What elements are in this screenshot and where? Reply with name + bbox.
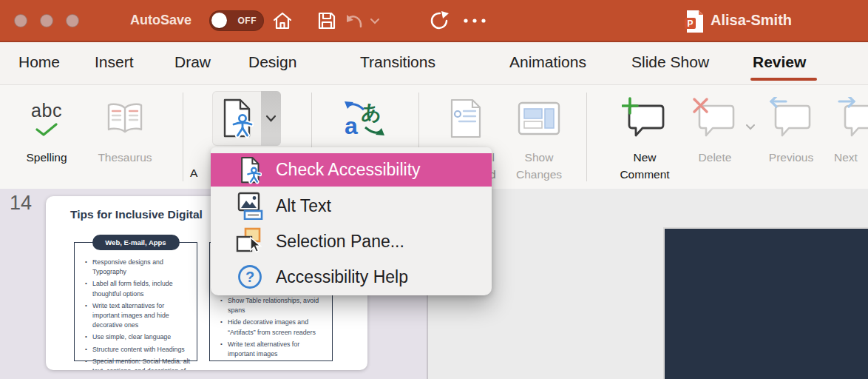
slide-navy-shape[interactable]: [663, 227, 868, 379]
spelling-icon: abc: [13, 93, 80, 144]
tab-slide-show[interactable]: Slide Show: [631, 53, 709, 71]
next-comment-label: Next: [828, 151, 868, 164]
left-box-bullets: Responsive designs and Typography Label …: [75, 243, 197, 370]
show-changes-icon: [510, 93, 568, 144]
menu-item-selection-pane[interactable]: Selection Pane...: [211, 224, 492, 259]
redo-icon[interactable]: [429, 10, 450, 31]
slide-title: Tips for Inclusive Digital: [70, 208, 203, 221]
document-title: Alisa-Smith: [711, 12, 792, 29]
more-options-icon[interactable]: [462, 16, 487, 25]
show-changes-label-2: Changes: [510, 168, 568, 181]
svg-text:a: a: [345, 113, 358, 138]
menu-item-label: Selection Pane...: [276, 232, 404, 252]
window-minimize-button[interactable]: [40, 14, 53, 27]
tab-transitions[interactable]: Transitions: [360, 53, 435, 71]
next-comment-icon: [828, 93, 868, 144]
tab-draw[interactable]: Draw: [174, 53, 211, 71]
show-changes-label: Show: [510, 151, 568, 164]
bullet: Write text alternatives for important im…: [220, 340, 326, 359]
menu-item-accessibility-help[interactable]: ? Accessibility Help: [211, 259, 492, 295]
window-close-button[interactable]: [14, 14, 27, 27]
ribbon-tabs: Home Insert Draw Design Transitions Anim…: [0, 42, 868, 85]
bullet: Responsive designs and Typography: [85, 258, 191, 277]
accessibility-label-fragment: A: [190, 167, 197, 180]
selection-pane-icon: [236, 227, 264, 256]
save-icon[interactable]: [316, 10, 337, 31]
undo-chevron-icon: [370, 16, 380, 27]
bullet: Structure content with Headings: [85, 345, 191, 355]
tab-home[interactable]: Home: [18, 53, 60, 71]
delete-comment-button: Delete: [686, 85, 744, 189]
toggle-knob: [211, 13, 227, 28]
autosave-state: OFF: [238, 16, 257, 26]
menu-item-label: Accessibility Help: [276, 267, 408, 287]
check-accessibility-dropdown-segment[interactable]: [261, 91, 281, 146]
chevron-down-icon: [265, 115, 277, 123]
alt-text-icon: [236, 191, 264, 221]
svg-text:?: ?: [245, 269, 254, 285]
accessibility-dropdown-menu: Check Accessibility Alt Text: [211, 147, 492, 295]
translate-icon: a あ: [333, 93, 396, 144]
tab-design[interactable]: Design: [248, 53, 296, 71]
thesaurus-label: Thesaurus: [81, 151, 169, 164]
bullet: Label all form fields, include thoughtfu…: [85, 279, 191, 298]
slide-number: 14: [10, 192, 32, 215]
delete-comment-label: Delete: [686, 151, 744, 164]
bullet: Show Table relationships, avoid spans: [220, 296, 326, 315]
new-comment-button[interactable]: New Comment: [612, 85, 677, 189]
svg-text:P: P: [687, 19, 693, 29]
undo-icon: [345, 10, 365, 31]
show-changes-button: Show Changes: [510, 85, 568, 189]
delete-chevron-icon: [745, 124, 756, 131]
bullet: Write text alternatives for important im…: [85, 301, 191, 331]
tab-review[interactable]: Review: [753, 53, 806, 71]
delete-comment-icon: [686, 93, 744, 144]
check-accessibility-icon: [236, 155, 264, 185]
accessibility-page-icon: [220, 98, 254, 139]
window-zoom-button[interactable]: [66, 14, 79, 27]
next-comment-button: Next: [828, 85, 868, 189]
svg-text:あ: あ: [361, 101, 382, 124]
previous-comment-label: Previous: [759, 151, 824, 164]
new-comment-icon: [612, 93, 677, 144]
new-comment-label-2: Comment: [612, 168, 677, 181]
bullet: Use simple, clear language: [85, 332, 191, 342]
new-comment-label: New: [612, 151, 677, 164]
autosave-label: AutoSave: [130, 13, 191, 28]
autosave-toggle[interactable]: OFF: [209, 10, 264, 31]
menu-item-alt-text[interactable]: Alt Text: [211, 188, 492, 224]
thesaurus-icon: [81, 93, 169, 144]
group-divider: [586, 93, 587, 181]
home-icon[interactable]: [272, 10, 293, 31]
slide-left-box: Web, E-mail, Apps Responsive designs and…: [74, 242, 197, 361]
left-box-header: Web, E-mail, Apps: [92, 235, 180, 250]
slide-editor-canvas: [428, 189, 868, 379]
menu-item-check-accessibility[interactable]: Check Accessibility: [211, 153, 492, 187]
thesaurus-button: Thesaurus: [81, 85, 169, 189]
previous-comment-button: Previous: [759, 85, 824, 189]
powerpoint-doc-icon: P: [685, 10, 705, 33]
menu-item-label: Alt Text: [276, 196, 331, 216]
previous-comment-icon: [759, 93, 824, 144]
spelling-label: Spelling: [13, 151, 80, 164]
group-divider: [183, 93, 183, 181]
tab-animations[interactable]: Animations: [509, 53, 586, 71]
menu-item-label: Check Accessibility: [276, 160, 421, 180]
title-bar: AutoSave OFF: [0, 0, 868, 42]
powerpoint-window: AutoSave OFF: [0, 0, 868, 379]
reviewing-pane-icon: [444, 93, 488, 144]
check-accessibility-split-button[interactable]: [212, 91, 281, 146]
bullet: Hide decorative images and “Artifacts” f…: [220, 318, 326, 337]
help-icon: ?: [236, 262, 264, 292]
active-tab-underline: [750, 78, 817, 81]
bullet: Special mention: Social Media. alt text,…: [85, 357, 191, 370]
check-accessibility-main-segment[interactable]: [212, 91, 261, 146]
spelling-button[interactable]: abc Spelling: [13, 85, 80, 189]
tab-insert[interactable]: Insert: [95, 53, 134, 71]
